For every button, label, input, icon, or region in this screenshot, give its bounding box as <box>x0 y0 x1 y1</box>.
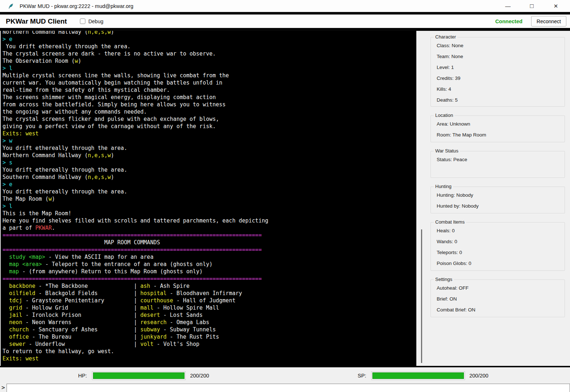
sidebar-section-settings: SettingsAutoheal: OFFBrief: ONCombat Bri… <box>430 279 565 317</box>
debug-checkbox[interactable] <box>80 19 85 24</box>
sidebar-section-combat-items: Combat ItemsHeals: 0Wands: 0Teleports: 0… <box>430 222 565 271</box>
stat-row: Teleports: 0 <box>437 247 565 258</box>
terminal-line: You drift ethereally through the area. <box>3 43 416 50</box>
window-title: PKWar MUD - pkwar.org:2222 - mud@pkwar.o… <box>20 3 133 9</box>
terminal-line: ========================================… <box>3 275 416 282</box>
sidebar-section-war-status: War StatusStatus: Peace <box>430 151 565 178</box>
section-title: Hunting <box>434 184 453 189</box>
sp-bar-fill <box>372 372 464 379</box>
terminal-line: You drift ethereally through the area. <box>3 144 416 152</box>
terminal-line: Southern Command Hallway (n,e,s,w) <box>3 173 416 181</box>
hp-value: 200/200 <box>190 373 209 379</box>
hp-bar-fill <box>93 372 185 379</box>
stat-row: Status: Peace <box>437 154 565 165</box>
maximize-icon[interactable]: □ <box>520 0 544 12</box>
app-feather-icon <box>8 3 14 9</box>
section-title: Location <box>434 113 454 118</box>
window-titlebar: PKWar MUD - pkwar.org:2222 - mud@pkwar.o… <box>0 0 570 12</box>
divider <box>0 28 570 31</box>
stat-row: Wands: 0 <box>437 236 565 247</box>
terminal-line: Northern Command Hallway (n,e,s,w) <box>3 152 416 159</box>
status-bar: HP: 200/200 SP: 200/200 <box>0 367 570 384</box>
command-input[interactable] <box>7 384 570 392</box>
reconnect-button[interactable]: Reconnect <box>531 16 566 26</box>
page-title: PKWar MUD Client <box>6 17 67 25</box>
hp-label: HP: <box>78 373 87 379</box>
main-area: Northern Command Hallway (n,e,s,w)> e Yo… <box>0 31 570 366</box>
terminal-line: the ongoing war without any commands nee… <box>3 108 416 115</box>
connection-status: Connected <box>495 19 522 24</box>
terminal-line: map - (from anywhere) Return to this Map… <box>3 268 416 275</box>
stat-row: Poison Globs: 0 <box>437 258 565 269</box>
terminal-line: > w <box>3 137 416 144</box>
terminal-line: The crystal screens are dark - there is … <box>3 50 416 57</box>
stat-row: Team: None <box>437 51 565 62</box>
terminal-line: You drift ethereally through the area. <box>3 166 416 173</box>
minimize-icon[interactable]: — <box>496 0 520 12</box>
client-header: PKWar MUD Client Debug Connected Reconne… <box>0 15 570 28</box>
terminal-line: > l <box>3 65 416 72</box>
window-controls: — □ ✕ <box>496 0 568 12</box>
terminal-scrollbar-thumb[interactable] <box>421 229 422 363</box>
stat-row: Deaths: 5 <box>437 95 565 106</box>
sidebar-section-hunting: HuntingHunting: NobodyHunted by: Nobody <box>430 187 565 213</box>
sidebar-section-character: CharacterClass: NoneTeam: NoneLevel: 1Cr… <box>430 37 565 107</box>
terminal-line: Northern Command Hallway (n,e,s,w) <box>3 31 416 36</box>
terminal-line: tdcj - Graystone Penitentiary | courthou… <box>3 297 416 304</box>
hp-progressbar <box>92 371 186 380</box>
sp-progressbar <box>371 371 465 380</box>
terminal-line: Here you find shelves filled with scroll… <box>3 217 416 224</box>
terminal-line: The screens shimmer with magical energy,… <box>3 94 416 101</box>
stat-row: Hunted by: Nobody <box>437 201 565 212</box>
divider <box>0 12 570 15</box>
terminal-line: ========================================… <box>3 232 416 239</box>
terminal-line: giving you a perfect view of the carnage… <box>3 123 416 130</box>
section-title: Settings <box>434 277 454 282</box>
terminal-line: real-time from the safety of this mystic… <box>3 86 416 94</box>
terminal-line: Exits: west <box>3 130 416 137</box>
stat-row: Autoheal: OFF <box>437 283 565 294</box>
command-prompt: > <box>0 384 7 392</box>
sidebar-section-location: LocationArea: UnknownRoom: The Map Room <box>430 115 565 142</box>
stat-row: Level: 1 <box>437 62 565 73</box>
terminal-line: from across the battlefield. Simply bein… <box>3 101 416 108</box>
terminal-line: To return to the hallway, go west. <box>3 348 416 355</box>
terminal-line: neon - Neon Warrens | research - Omega L… <box>3 319 416 326</box>
terminal-line: > s <box>3 159 416 166</box>
terminal-line: current war. You automatically begin wat… <box>3 79 416 86</box>
command-row: > <box>0 384 570 392</box>
section-title: Character <box>434 34 457 40</box>
terminal-line: church - Sanctuary of Ashes | subway - S… <box>3 326 416 333</box>
stat-row: Room: The Map Room <box>437 130 565 140</box>
stat-row: Area: Unknown <box>437 119 565 130</box>
terminal-line: > e <box>3 36 416 43</box>
close-icon[interactable]: ✕ <box>544 0 568 12</box>
terminal-line: sewer - Underflow | volt - Volt's Shop <box>3 340 416 348</box>
terminal-line: This is the Map Room! <box>3 210 416 217</box>
sidebar-sections: CharacterClass: NoneTeam: NoneLevel: 1Cr… <box>430 37 565 317</box>
section-title: War Status <box>434 148 460 154</box>
terminal-line: The Map Room (w) <box>3 195 416 203</box>
terminal-line: oilfield - Blackgold Fields | hospital -… <box>3 290 416 297</box>
sp-value: 200/200 <box>469 373 488 379</box>
stat-row: Brief: ON <box>437 294 565 305</box>
stat-row: Class: None <box>437 40 565 51</box>
stat-row: Kills: 4 <box>437 84 565 95</box>
terminal-line: > l <box>3 203 416 210</box>
stat-row: Hunting: Nobody <box>437 190 565 201</box>
stat-row: Credits: 39 <box>437 73 565 84</box>
terminal-line: jail - Ironlock Prison | desert - Lost S… <box>3 311 416 319</box>
debug-toggle[interactable]: Debug <box>80 19 103 24</box>
sp-label: SP: <box>358 373 366 379</box>
terminal-line: map <area> - Teleport to the entrance of… <box>3 261 416 268</box>
terminal-line: office - The Bureau | junkyard - The Rus… <box>3 333 416 340</box>
terminal-line: The Observation Room (w) <box>3 57 416 65</box>
terminal-output[interactable]: Northern Command Hallway (n,e,s,w)> e Yo… <box>0 31 416 366</box>
stat-row: Combat Brief: ON <box>437 305 565 315</box>
terminal-line: The crystal screens flicker and pulse wi… <box>3 115 416 123</box>
terminal-line: MAP ROOM COMMANDS <box>3 239 416 246</box>
sidebar: CharacterClass: NoneTeam: NoneLevel: 1Cr… <box>416 31 570 366</box>
terminal-line: study <map> - View the ASCII map for an … <box>3 253 416 261</box>
terminal-line: backbone - *The Backbone | ash - Ash Spi… <box>3 282 416 290</box>
stat-row: Heals: 0 <box>437 225 565 236</box>
